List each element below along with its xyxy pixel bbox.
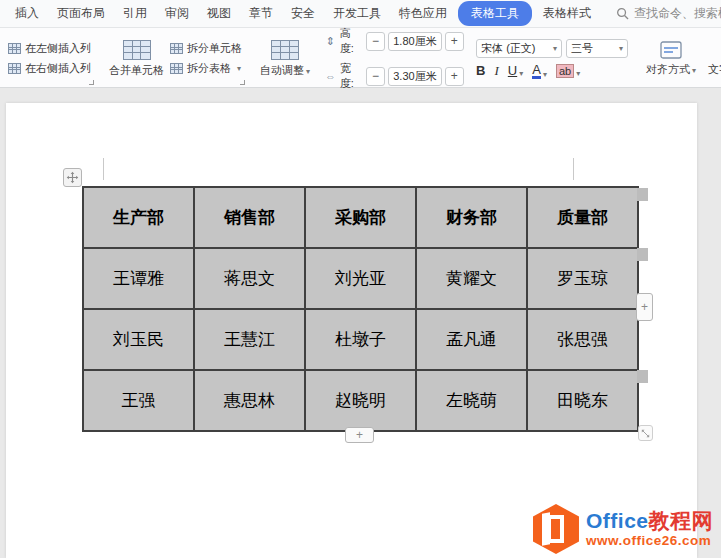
header-cell[interactable]: 销售部 xyxy=(194,187,305,248)
tab-developer[interactable]: 开发工具 xyxy=(324,1,390,26)
chevron-down-icon xyxy=(519,69,523,78)
tab-page-layout[interactable]: 页面布局 xyxy=(48,1,114,26)
split-table-label: 拆分表格 xyxy=(187,61,231,76)
font-name-value: 宋体 (正文) xyxy=(481,41,535,56)
margin-mark-left xyxy=(103,158,104,180)
table-cell[interactable]: 刘玉民 xyxy=(83,309,194,370)
font-size-select[interactable]: 三号 xyxy=(566,39,628,58)
merge-cells-icon xyxy=(123,40,151,60)
document-page[interactable]: 生产部 销售部 采购部 财务部 质量部 王谭雅 蒋思文 刘光亚 黄耀文 罗玉琼 … xyxy=(6,103,697,558)
tab-insert[interactable]: 插入 xyxy=(6,1,48,26)
row-resize-knob[interactable] xyxy=(637,248,648,261)
tab-table-style[interactable]: 表格样式 xyxy=(534,1,600,26)
dialog-launcher-icon[interactable] xyxy=(240,80,245,85)
height-decrease-button[interactable]: − xyxy=(366,32,385,51)
row-height-icon: ⇕ xyxy=(324,35,337,48)
font-color-button[interactable]: A xyxy=(532,63,547,79)
width-value-field[interactable]: 3.30厘米 xyxy=(388,67,441,86)
group-alignment: 对齐方式 A 文字方向 xyxy=(636,32,721,85)
department-table[interactable]: 生产部 销售部 采购部 财务部 质量部 王谭雅 蒋思文 刘光亚 黄耀文 罗玉琼 … xyxy=(82,186,639,432)
header-cell[interactable]: 质量部 xyxy=(527,187,638,248)
header-cell[interactable]: 财务部 xyxy=(416,187,527,248)
tab-references[interactable]: 引用 xyxy=(114,1,156,26)
tab-review[interactable]: 审阅 xyxy=(156,1,198,26)
table-cell[interactable]: 罗玉琼 xyxy=(527,248,638,309)
watermark-brand: Office xyxy=(586,509,649,532)
watermark-url: www.office26.com xyxy=(586,533,713,548)
autofit-button[interactable]: 自动调整 xyxy=(254,38,316,80)
table-row: 王强 惠思林 赵晓明 左晓萌 田晓东 xyxy=(83,370,638,431)
table-cell[interactable]: 惠思林 xyxy=(194,370,305,431)
table-row: 刘玉民 王慧江 杜墩子 孟凡通 张思强 xyxy=(83,309,638,370)
table-header-row: 生产部 销售部 采购部 财务部 质量部 xyxy=(83,187,638,248)
merge-cells-button[interactable]: 合并单元格 xyxy=(103,38,170,80)
insert-column-right-icon xyxy=(8,63,21,74)
chevron-down-icon xyxy=(237,64,241,73)
wps-window: 插入 页面布局 引用 审阅 视图 章节 安全 开发工具 特色应用 表格工具 表格… xyxy=(0,0,721,558)
chevron-down-icon xyxy=(692,66,696,75)
column-width-control: ⇔ 宽度: − 3.30厘米 + xyxy=(324,61,464,91)
tab-section[interactable]: 章节 xyxy=(240,1,282,26)
split-cells-button[interactable]: 拆分单元格 xyxy=(170,41,242,56)
bold-button[interactable]: B xyxy=(476,63,485,78)
add-column-button[interactable]: + xyxy=(636,293,653,321)
underline-button[interactable]: U xyxy=(508,63,523,78)
text-direction-label: 文字方向 xyxy=(708,62,721,77)
header-cell[interactable]: 生产部 xyxy=(83,187,194,248)
header-cell[interactable]: 采购部 xyxy=(305,187,416,248)
office-logo-icon xyxy=(533,504,579,554)
search-placeholder: 查找命令、搜索模板 xyxy=(634,5,721,22)
table-cell[interactable]: 孟凡通 xyxy=(416,309,527,370)
highlight-color-button[interactable]: ab xyxy=(556,64,580,78)
width-decrease-button[interactable]: − xyxy=(366,67,385,86)
diagonal-resize-icon xyxy=(640,428,651,439)
autofit-icon xyxy=(271,40,299,60)
split-table-icon xyxy=(170,63,183,74)
text-direction-button[interactable]: A 文字方向 xyxy=(702,39,721,79)
table-cell[interactable]: 蒋思文 xyxy=(194,248,305,309)
split-cells-icon xyxy=(170,43,183,54)
table-move-handle[interactable] xyxy=(63,168,82,187)
split-cells-label: 拆分单元格 xyxy=(187,41,242,56)
height-value-field[interactable]: 1.80厘米 xyxy=(388,32,441,51)
table-cell[interactable]: 左晓萌 xyxy=(416,370,527,431)
chevron-down-icon xyxy=(306,67,310,76)
tab-security[interactable]: 安全 xyxy=(282,1,324,26)
split-table-button[interactable]: 拆分表格 xyxy=(170,61,242,76)
insert-column-left-icon xyxy=(8,43,21,54)
table-cell[interactable]: 王慧江 xyxy=(194,309,305,370)
insert-column-right-label: 在右侧插入列 xyxy=(25,61,91,76)
merge-cells-label: 合并单元格 xyxy=(109,63,164,78)
table-cell[interactable]: 张思强 xyxy=(527,309,638,370)
watermark: Office教程网 www.office26.com xyxy=(533,504,713,554)
tab-view[interactable]: 视图 xyxy=(198,1,240,26)
alignment-button[interactable]: 对齐方式 xyxy=(640,39,702,79)
ribbon-tab-bar: 插入 页面布局 引用 审阅 视图 章节 安全 开发工具 特色应用 表格工具 表格… xyxy=(0,0,721,28)
table-resize-handle[interactable] xyxy=(638,425,653,441)
group-cell-size: ⇕ 高度: − 1.80厘米 + ⇔ 宽度: − 3.30厘米 + xyxy=(320,32,468,85)
tab-table-tools-active[interactable]: 表格工具 xyxy=(458,1,532,26)
watermark-brand-suffix: 教程网 xyxy=(649,509,714,532)
height-increase-button[interactable]: + xyxy=(445,32,464,51)
table-cell[interactable]: 刘光亚 xyxy=(305,248,416,309)
insert-column-left-button[interactable]: 在左侧插入列 xyxy=(8,41,91,56)
font-name-select[interactable]: 宋体 (正文) xyxy=(476,39,562,58)
column-width-icon: ⇔ xyxy=(324,70,337,82)
width-increase-button[interactable]: + xyxy=(445,67,464,86)
row-resize-knob[interactable] xyxy=(637,370,648,383)
add-row-button[interactable]: + xyxy=(345,427,374,443)
table-cell[interactable]: 田晓东 xyxy=(527,370,638,431)
table-cell[interactable]: 王强 xyxy=(83,370,194,431)
tab-special-features[interactable]: 特色应用 xyxy=(390,1,456,26)
table-cell[interactable]: 赵晓明 xyxy=(305,370,416,431)
table-cell[interactable]: 杜墩子 xyxy=(305,309,416,370)
italic-button[interactable]: I xyxy=(494,63,498,79)
row-height-control: ⇕ 高度: − 1.80厘米 + xyxy=(324,26,464,56)
dialog-launcher-icon[interactable] xyxy=(89,80,94,85)
row-resize-knob[interactable] xyxy=(637,188,648,201)
command-search[interactable]: 查找命令、搜索模板 xyxy=(616,5,721,22)
group-font: 宋体 (正文) 三号 B I U A ab xyxy=(472,32,632,85)
table-cell[interactable]: 黄耀文 xyxy=(416,248,527,309)
table-cell[interactable]: 王谭雅 xyxy=(83,248,194,309)
insert-column-right-button[interactable]: 在右侧插入列 xyxy=(8,61,91,76)
